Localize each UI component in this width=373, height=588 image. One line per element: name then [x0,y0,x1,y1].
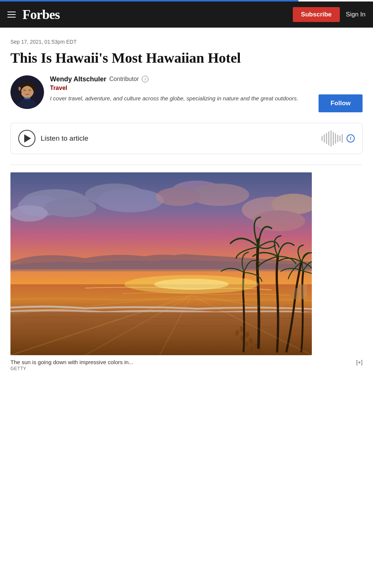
header-left: Forbes [7,7,60,22]
audio-bar [328,131,329,146]
header-right: Subscribe Sign In [293,7,366,22]
author-name-row: Wendy Altschuler Contributor i [50,75,363,83]
audio-bar [342,134,343,143]
hero-image-container: The sun is going down with impressive co… [10,172,363,373]
author-avatar [10,75,44,109]
caption-text: The sun is going down with impressive co… [10,359,133,365]
svg-point-13 [96,188,163,212]
author-category[interactable]: Travel [50,85,363,91]
listen-section: Listen to article i [10,123,363,154]
svg-point-40 [154,279,229,290]
audio-bar [335,133,336,144]
svg-rect-32 [291,288,298,299]
svg-point-4 [23,89,26,91]
audio-waves [322,130,343,147]
author-bio-row: I cover travel, adventure, and culture a… [50,94,363,112]
svg-point-16 [156,187,201,206]
author-role: Contributor [109,76,139,82]
audio-bar [330,130,332,147]
caption-info: The sun is going down with impressive co… [10,359,133,371]
image-caption-container: The sun is going down with impressive co… [10,355,363,373]
info-icon[interactable]: i [142,76,148,82]
article-title: This Is Hawaii's Most Hawaiian Hotel [10,50,363,66]
author-name: Wendy Altschuler [50,75,106,83]
svg-point-5 [28,89,31,91]
audio-bar [326,133,327,144]
follow-button[interactable]: Follow [319,94,363,112]
listen-left: Listen to article [18,130,88,147]
article-container: Sep 17, 2021, 01:53pm EDT This Is Hawaii… [0,28,373,384]
play-button[interactable] [18,130,35,147]
audio-bar [324,134,325,143]
signin-button[interactable]: Sign In [346,11,366,18]
author-info: Wendy Altschuler Contributor i Travel I … [50,75,363,112]
svg-point-19 [253,210,305,231]
caption-expand-button[interactable]: [+] [356,359,363,365]
audio-bar [337,135,338,142]
author-bio: I cover travel, adventure, and culture a… [50,94,313,103]
svg-rect-31 [298,284,307,299]
subscribe-button[interactable]: Subscribe [293,7,340,22]
divider [10,165,363,165]
article-date: Sep 17, 2021, 01:53pm EDT [10,39,363,45]
header: Forbes Subscribe Sign In [0,1,373,28]
caption-source: GETTY [10,366,133,371]
audio-bar [322,136,323,141]
listen-text: Listen to article [41,134,88,143]
audio-bar [339,135,341,141]
audio-bar [333,132,334,145]
svg-point-11 [10,205,48,222]
forbes-logo: Forbes [22,7,60,22]
hero-image [10,172,312,355]
listen-right: i [322,130,355,147]
audio-info-icon[interactable]: i [347,134,355,143]
menu-icon[interactable] [7,12,16,18]
play-icon [24,134,31,143]
author-section: Wendy Altschuler Contributor i Travel I … [10,75,363,112]
svg-point-10 [44,198,96,217]
